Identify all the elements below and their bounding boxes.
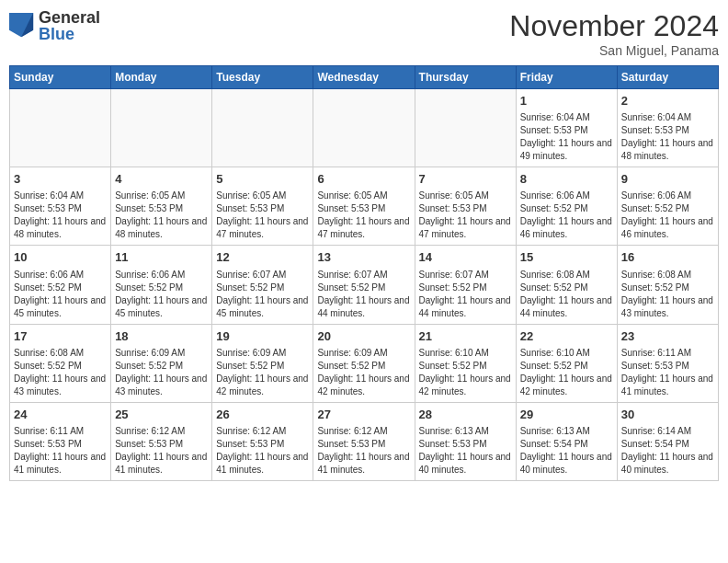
calendar-cell: 11Sunrise: 6:06 AMSunset: 5:52 PMDayligh…	[111, 246, 212, 324]
calendar-cell: 2Sunrise: 6:04 AMSunset: 5:53 PMDaylight…	[617, 89, 718, 167]
day-number: 25	[115, 407, 208, 423]
calendar-header-wednesday: Wednesday	[313, 66, 415, 89]
day-info: Sunset: 5:52 PM	[14, 360, 107, 373]
day-number: 4	[115, 171, 208, 188]
day-number: 30	[621, 407, 714, 423]
day-info: Sunrise: 6:08 AM	[14, 347, 107, 360]
calendar-table: SundayMondayTuesdayWednesdayThursdayFrid…	[9, 65, 719, 481]
day-info: Sunset: 5:53 PM	[317, 202, 410, 215]
day-info: Daylight: 11 hours and 42 minutes.	[317, 373, 410, 398]
day-info: Sunrise: 6:09 AM	[115, 347, 208, 360]
day-info: Sunset: 5:52 PM	[520, 202, 613, 215]
calendar-cell: 5Sunrise: 6:05 AMSunset: 5:53 PMDaylight…	[212, 167, 313, 246]
logo-icon	[9, 13, 35, 39]
calendar-cell: 12Sunrise: 6:07 AMSunset: 5:52 PMDayligh…	[212, 246, 313, 324]
day-info: Sunset: 5:52 PM	[317, 282, 410, 294]
day-info: Sunrise: 6:06 AM	[621, 190, 714, 202]
day-info: Daylight: 11 hours and 40 minutes.	[621, 451, 714, 477]
day-info: Daylight: 11 hours and 47 minutes.	[419, 215, 512, 241]
calendar-cell: 8Sunrise: 6:06 AMSunset: 5:52 PMDaylight…	[516, 167, 617, 246]
day-info: Sunrise: 6:04 AM	[14, 190, 107, 202]
calendar-cell	[313, 89, 415, 167]
day-info: Sunset: 5:52 PM	[14, 282, 107, 294]
calendar-cell: 9Sunrise: 6:06 AMSunset: 5:52 PMDaylight…	[617, 167, 718, 246]
day-info: Sunrise: 6:06 AM	[520, 190, 613, 202]
day-info: Daylight: 11 hours and 44 minutes.	[317, 294, 410, 320]
day-number: 5	[216, 171, 309, 188]
calendar-cell: 6Sunrise: 6:05 AMSunset: 5:53 PMDaylight…	[313, 167, 415, 246]
calendar-header-row: SundayMondayTuesdayWednesdayThursdayFrid…	[10, 66, 719, 89]
day-info: Sunset: 5:53 PM	[14, 202, 107, 215]
day-info: Daylight: 11 hours and 43 minutes.	[621, 294, 714, 320]
calendar-header-tuesday: Tuesday	[212, 66, 313, 89]
calendar-cell	[212, 89, 313, 167]
day-info: Daylight: 11 hours and 49 minutes.	[520, 137, 613, 163]
day-info: Daylight: 11 hours and 41 minutes.	[621, 373, 714, 398]
day-number: 1	[520, 93, 613, 109]
day-number: 8	[520, 171, 613, 188]
day-info: Sunrise: 6:09 AM	[317, 347, 410, 360]
calendar-cell: 28Sunrise: 6:13 AMSunset: 5:53 PMDayligh…	[415, 402, 516, 480]
day-info: Sunset: 5:52 PM	[216, 282, 309, 294]
day-number: 9	[621, 171, 714, 188]
day-info: Daylight: 11 hours and 45 minutes.	[216, 294, 309, 320]
calendar-header-sunday: Sunday	[10, 66, 111, 89]
day-info: Sunset: 5:52 PM	[621, 282, 714, 294]
day-info: Sunset: 5:52 PM	[216, 360, 309, 373]
day-info: Sunset: 5:53 PM	[317, 438, 410, 451]
day-info: Sunset: 5:52 PM	[115, 282, 208, 294]
day-number: 16	[621, 249, 714, 266]
day-info: Sunset: 5:52 PM	[419, 282, 512, 294]
day-info: Sunrise: 6:04 AM	[520, 111, 613, 124]
day-number: 27	[317, 407, 410, 423]
day-info: Sunrise: 6:12 AM	[115, 425, 208, 438]
calendar-cell: 21Sunrise: 6:10 AMSunset: 5:52 PMDayligh…	[415, 324, 516, 402]
calendar-cell: 13Sunrise: 6:07 AMSunset: 5:52 PMDayligh…	[313, 246, 415, 324]
calendar-cell: 23Sunrise: 6:11 AMSunset: 5:53 PMDayligh…	[617, 324, 718, 402]
calendar-cell: 1Sunrise: 6:04 AMSunset: 5:53 PMDaylight…	[516, 89, 617, 167]
calendar-cell: 18Sunrise: 6:09 AMSunset: 5:52 PMDayligh…	[111, 324, 212, 402]
day-info: Sunrise: 6:06 AM	[115, 269, 208, 282]
day-info: Sunrise: 6:08 AM	[621, 269, 714, 282]
day-number: 12	[216, 249, 309, 266]
calendar-cell	[10, 89, 111, 167]
day-info: Daylight: 11 hours and 41 minutes.	[317, 451, 410, 477]
day-info: Sunrise: 6:04 AM	[621, 111, 714, 124]
day-info: Daylight: 11 hours and 44 minutes.	[520, 294, 613, 320]
calendar-cell: 29Sunrise: 6:13 AMSunset: 5:54 PMDayligh…	[516, 402, 617, 480]
day-info: Sunrise: 6:10 AM	[419, 347, 512, 360]
day-info: Sunrise: 6:10 AM	[520, 347, 613, 360]
day-info: Daylight: 11 hours and 41 minutes.	[216, 451, 309, 477]
calendar-week-row: 10Sunrise: 6:06 AMSunset: 5:52 PMDayligh…	[10, 246, 719, 324]
calendar-week-row: 3Sunrise: 6:04 AMSunset: 5:53 PMDaylight…	[10, 167, 719, 246]
day-info: Sunrise: 6:07 AM	[317, 269, 410, 282]
day-number: 24	[14, 407, 107, 423]
day-info: Sunset: 5:52 PM	[317, 360, 410, 373]
day-info: Sunrise: 6:14 AM	[621, 425, 714, 438]
calendar-cell: 19Sunrise: 6:09 AMSunset: 5:52 PMDayligh…	[212, 324, 313, 402]
calendar-cell: 22Sunrise: 6:10 AMSunset: 5:52 PMDayligh…	[516, 324, 617, 402]
calendar-header-thursday: Thursday	[415, 66, 516, 89]
day-info: Sunset: 5:53 PM	[216, 202, 309, 215]
day-number: 17	[14, 328, 107, 345]
calendar-cell: 17Sunrise: 6:08 AMSunset: 5:52 PMDayligh…	[10, 324, 111, 402]
logo-general: General	[39, 9, 100, 26]
day-info: Sunrise: 6:13 AM	[520, 425, 613, 438]
day-number: 19	[216, 328, 309, 345]
day-info: Daylight: 11 hours and 46 minutes.	[621, 215, 714, 241]
day-info: Sunset: 5:53 PM	[520, 124, 613, 137]
day-number: 6	[317, 171, 410, 188]
day-info: Sunset: 5:53 PM	[216, 438, 309, 451]
calendar-cell: 24Sunrise: 6:11 AMSunset: 5:53 PMDayligh…	[10, 402, 111, 480]
logo-text: General Blue	[39, 9, 100, 42]
day-info: Sunrise: 6:05 AM	[317, 190, 410, 202]
day-info: Daylight: 11 hours and 48 minutes.	[14, 215, 107, 241]
day-info: Sunrise: 6:05 AM	[419, 190, 512, 202]
day-info: Daylight: 11 hours and 44 minutes.	[419, 294, 512, 320]
title-block: November 2024 San Miguel, Panama	[509, 9, 719, 58]
day-info: Sunset: 5:52 PM	[115, 360, 208, 373]
day-info: Sunset: 5:54 PM	[621, 438, 714, 451]
calendar-header-monday: Monday	[111, 66, 212, 89]
location: San Miguel, Panama	[509, 43, 719, 58]
day-info: Sunrise: 6:11 AM	[621, 347, 714, 360]
